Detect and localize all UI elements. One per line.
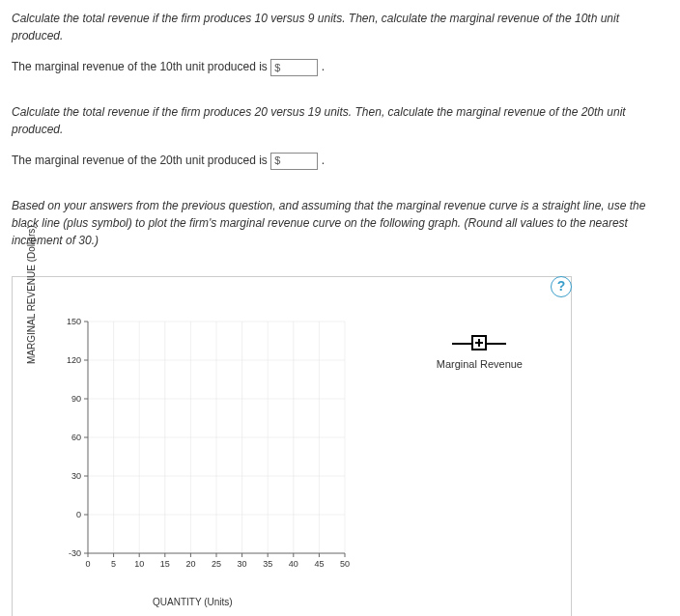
svg-text:120: 120: [67, 355, 81, 365]
svg-text:30: 30: [238, 559, 247, 569]
svg-text:45: 45: [314, 559, 324, 569]
help-icon[interactable]: ?: [551, 276, 572, 297]
svg-text:90: 90: [71, 394, 81, 404]
svg-text:35: 35: [263, 559, 272, 569]
q1-input[interactable]: [282, 60, 317, 75]
svg-text:-30: -30: [69, 548, 81, 558]
q1-prompt: Calculate the total revenue if the firm …: [12, 10, 668, 44]
y-axis-label: MARGINAL REVENUE (Dollars): [24, 225, 39, 364]
q2-prompt: Calculate the total revenue if the firm …: [12, 103, 668, 138]
q1-answer-line: The marginal revenue of the 10th unit pr…: [12, 58, 668, 76]
svg-text:25: 25: [212, 559, 221, 569]
svg-text:0: 0: [76, 510, 81, 519]
q2-answer-line: The marginal revenue of the 20th unit pr…: [12, 152, 668, 170]
chart-svg[interactable]: 05101520253035404550-300306090120150: [61, 316, 351, 576]
q3-prompt: Based on your answers from the previous …: [12, 197, 668, 249]
svg-text:30: 30: [71, 471, 81, 481]
svg-text:5: 5: [111, 559, 116, 569]
dollar-sign-icon: $: [271, 153, 282, 169]
legend-marginal-revenue[interactable]: Marginal Revenue: [437, 337, 523, 373]
x-axis-label: QUANTITY (Units): [153, 595, 233, 609]
svg-text:20: 20: [185, 559, 195, 569]
plus-line-icon: [450, 337, 508, 350]
q2-suffix: .: [322, 154, 325, 167]
svg-text:0: 0: [85, 559, 90, 569]
svg-text:40: 40: [289, 559, 298, 569]
q2-input-wrap[interactable]: $: [270, 153, 318, 170]
svg-text:60: 60: [71, 433, 81, 442]
svg-text:50: 50: [340, 559, 350, 569]
q2-answer-prefix: The marginal revenue of the 20th unit pr…: [12, 154, 268, 167]
legend-label: Marginal Revenue: [437, 356, 523, 373]
svg-text:10: 10: [134, 559, 144, 569]
q1-answer-prefix: The marginal revenue of the 10th unit pr…: [12, 60, 268, 73]
graph-panel: ? MARGINAL REVENUE (Dollars) 05101520253…: [12, 276, 572, 616]
q1-input-wrap[interactable]: $: [270, 59, 318, 76]
plot-area[interactable]: 05101520253035404550-300306090120150: [61, 316, 351, 576]
svg-text:15: 15: [160, 559, 170, 569]
q2-input[interactable]: [282, 154, 317, 169]
dollar-sign-icon: $: [271, 60, 282, 76]
q1-suffix: .: [322, 60, 325, 73]
svg-text:150: 150: [67, 317, 81, 326]
